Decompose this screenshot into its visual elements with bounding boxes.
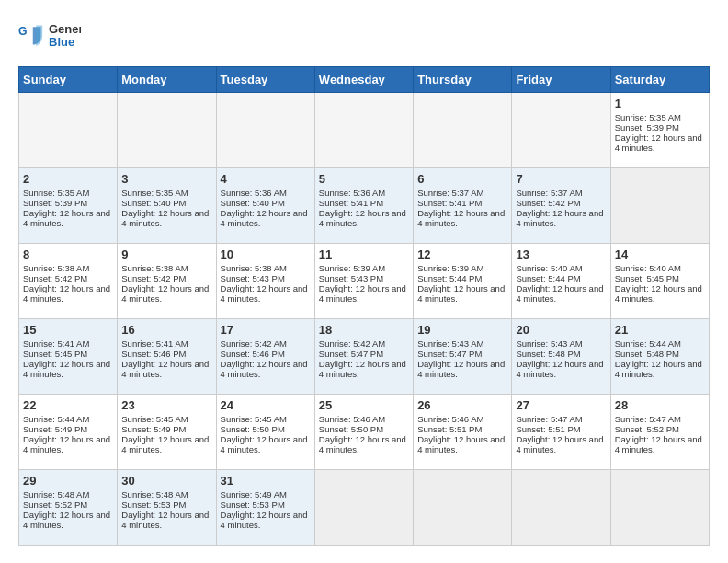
daylight-label: Daylight: 12 hours and 4 minutes. [221,510,308,530]
logo-text-block: General Blue [48,18,81,52]
sunset-label: Sunset: 5:53 PM [121,500,186,510]
calendar-cell: 19 Sunrise: 5:43 AM Sunset: 5:47 PM Dayl… [414,319,512,395]
calendar-cell: 10 Sunrise: 5:38 AM Sunset: 5:43 PM Dayl… [216,244,314,319]
calendar-cell: 3 Sunrise: 5:35 AM Sunset: 5:40 PM Dayli… [118,168,216,244]
calendar-cell [414,93,512,168]
calendar-cell: 24 Sunrise: 5:45 AM Sunset: 5:50 PM Dayl… [216,395,314,470]
daylight-label: Daylight: 12 hours and 4 minutes. [417,359,505,379]
sunrise-label: Sunrise: 5:45 AM [121,414,188,424]
day-number: 26 [417,398,507,412]
sunrise-label: Sunrise: 5:35 AM [121,188,188,198]
calendar-cell: 1 Sunrise: 5:35 AM Sunset: 5:39 PM Dayli… [610,93,709,168]
day-number: 15 [23,323,113,337]
sunrise-label: Sunrise: 5:35 AM [23,188,89,198]
sunrise-label: Sunrise: 5:38 AM [221,263,287,273]
svg-text:Blue: Blue [49,35,74,49]
sunset-label: Sunset: 5:41 PM [417,198,482,208]
calendar-cell: 28 Sunrise: 5:47 AM Sunset: 5:52 PM Dayl… [610,395,709,470]
calendar-cell: 30 Sunrise: 5:48 AM Sunset: 5:53 PM Dayl… [118,470,216,546]
logo-icon: G [18,22,44,48]
day-number: 17 [221,323,311,337]
col-header-monday: Monday [118,67,216,93]
week-row: 22 Sunrise: 5:44 AM Sunset: 5:49 PM Dayl… [19,395,710,470]
day-number: 1 [615,97,705,110]
sunset-label: Sunset: 5:40 PM [121,198,186,208]
day-number: 25 [319,398,409,412]
sunset-label: Sunset: 5:52 PM [23,500,87,510]
day-number: 30 [121,474,211,488]
sunset-label: Sunset: 5:50 PM [319,424,383,434]
day-number: 20 [516,323,606,337]
sunrise-label: Sunrise: 5:37 AM [516,188,582,198]
sunrise-label: Sunrise: 5:42 AM [319,339,385,349]
sunset-label: Sunset: 5:44 PM [417,273,482,283]
daylight-label: Daylight: 12 hours and 4 minutes. [516,208,603,228]
sunset-label: Sunset: 5:51 PM [516,424,580,434]
daylight-label: Daylight: 12 hours and 4 minutes. [417,283,505,304]
calendar-cell [19,93,118,168]
day-number: 19 [417,323,507,337]
daylight-label: Daylight: 12 hours and 4 minutes. [23,208,110,228]
week-row: 15 Sunrise: 5:41 AM Sunset: 5:45 PM Dayl… [19,319,710,395]
col-header-friday: Friday [512,67,610,93]
sunrise-label: Sunrise: 5:48 AM [23,489,89,500]
day-number: 18 [319,323,409,337]
sunrise-label: Sunrise: 5:40 AM [615,263,681,273]
sunrise-label: Sunrise: 5:47 AM [516,414,582,424]
day-number: 5 [319,172,409,186]
day-number: 29 [23,474,113,488]
daylight-label: Daylight: 12 hours and 4 minutes. [319,208,406,228]
day-number: 7 [516,172,606,186]
col-header-tuesday: Tuesday [216,67,314,93]
week-row: 29 Sunrise: 5:48 AM Sunset: 5:52 PM Dayl… [19,470,710,546]
day-number: 3 [121,172,211,186]
calendar-cell: 7 Sunrise: 5:37 AM Sunset: 5:42 PM Dayli… [512,168,610,244]
daylight-label: Daylight: 12 hours and 4 minutes. [516,283,603,304]
sunrise-label: Sunrise: 5:37 AM [417,188,483,198]
daylight-label: Daylight: 12 hours and 4 minutes. [23,283,110,304]
daylight-label: Daylight: 12 hours and 4 minutes. [221,359,308,379]
day-number: 11 [319,247,409,261]
sunset-label: Sunset: 5:41 PM [319,198,383,208]
sunrise-label: Sunrise: 5:46 AM [319,414,385,424]
sunset-label: Sunset: 5:40 PM [221,198,285,208]
calendar-cell: 13 Sunrise: 5:40 AM Sunset: 5:44 PM Dayl… [512,244,610,319]
sunset-label: Sunset: 5:43 PM [221,273,285,283]
sunset-label: Sunset: 5:39 PM [615,122,679,132]
daylight-label: Daylight: 12 hours and 4 minutes. [121,434,209,454]
sunset-label: Sunset: 5:49 PM [23,424,87,434]
daylight-label: Daylight: 12 hours and 4 minutes. [319,283,406,304]
sunrise-label: Sunrise: 5:39 AM [417,263,483,273]
sunrise-label: Sunrise: 5:38 AM [23,263,89,273]
daylight-label: Daylight: 12 hours and 4 minutes. [23,434,110,454]
sunrise-label: Sunrise: 5:40 AM [516,263,582,273]
sunset-label: Sunset: 5:47 PM [417,349,482,359]
col-header-wednesday: Wednesday [314,67,413,93]
week-row: 1 Sunrise: 5:35 AM Sunset: 5:39 PM Dayli… [19,93,710,168]
sunrise-label: Sunrise: 5:43 AM [516,339,582,349]
sunrise-label: Sunrise: 5:42 AM [221,339,287,349]
sunrise-label: Sunrise: 5:43 AM [417,339,483,349]
calendar-cell: 17 Sunrise: 5:42 AM Sunset: 5:46 PM Dayl… [216,319,314,395]
sunset-label: Sunset: 5:43 PM [319,273,383,283]
calendar-cell: 18 Sunrise: 5:42 AM Sunset: 5:47 PM Dayl… [314,319,413,395]
sunrise-label: Sunrise: 5:46 AM [417,414,483,424]
calendar-cell: 23 Sunrise: 5:45 AM Sunset: 5:49 PM Dayl… [118,395,216,470]
day-number: 14 [615,247,705,261]
sunset-label: Sunset: 5:42 PM [516,198,580,208]
sunset-label: Sunset: 5:46 PM [221,349,285,359]
sunset-label: Sunset: 5:48 PM [516,349,580,359]
sunrise-label: Sunrise: 5:47 AM [615,414,681,424]
sunset-label: Sunset: 5:42 PM [23,273,87,283]
calendar-cell: 26 Sunrise: 5:46 AM Sunset: 5:51 PM Dayl… [414,395,512,470]
sunrise-label: Sunrise: 5:44 AM [615,339,681,349]
day-number: 23 [121,398,211,412]
calendar-cell: 21 Sunrise: 5:44 AM Sunset: 5:48 PM Dayl… [610,319,709,395]
calendar-cell: 9 Sunrise: 5:38 AM Sunset: 5:42 PM Dayli… [118,244,216,319]
sunrise-label: Sunrise: 5:45 AM [221,414,287,424]
col-header-sunday: Sunday [19,67,118,93]
daylight-label: Daylight: 12 hours and 4 minutes. [23,510,110,530]
day-number: 24 [221,398,311,412]
sunset-label: Sunset: 5:49 PM [121,424,186,434]
day-number: 27 [516,398,606,412]
